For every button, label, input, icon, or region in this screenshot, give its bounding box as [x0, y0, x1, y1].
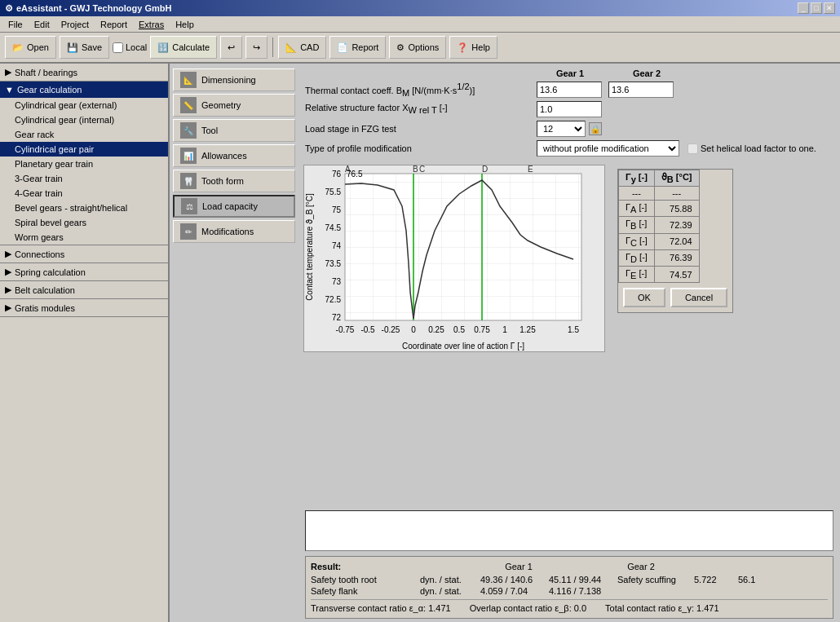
cad-button[interactable]: 📐 CAD: [278, 36, 326, 59]
load-stage-select[interactable]: 12 11 10: [537, 121, 586, 137]
relative-structure-input[interactable]: [537, 101, 602, 117]
table-row-A-value: 75.88: [654, 201, 699, 217]
maximize-button[interactable]: □: [811, 2, 822, 14]
svg-text:75: 75: [332, 205, 342, 214]
sidebar-header-gear[interactable]: ▼ Gear calculation: [0, 82, 168, 98]
dimensioning-button[interactable]: 📐 Dimensioning: [173, 68, 295, 91]
sidebar-group-spring: ▶ Spring calculation: [0, 263, 168, 281]
tool-button[interactable]: 🔧 Tool: [173, 119, 295, 142]
arrow-right-icon-5: ▶: [5, 302, 11, 313]
allowances-button[interactable]: 📊 Allowances: [173, 144, 295, 167]
geometry-button[interactable]: 📏 Geometry: [173, 94, 295, 117]
window-controls[interactable]: _ □ ✕: [798, 2, 835, 14]
svg-text:72: 72: [332, 313, 342, 322]
menu-report[interactable]: Report: [95, 18, 132, 31]
redo-icon: ↪: [253, 42, 260, 53]
table-dash1: ---: [619, 187, 655, 201]
minimize-button[interactable]: _: [798, 2, 809, 14]
profile-mod-select[interactable]: without profile modification with profil…: [537, 140, 679, 157]
sidebar-header-spring[interactable]: ▶ Spring calculation: [0, 263, 168, 280]
table-row-A-label: ΓA [-]: [619, 201, 655, 217]
calculate-button[interactable]: 🔢 Calculate: [150, 36, 217, 59]
menu-extras[interactable]: Extras: [134, 18, 169, 31]
undo-icon: ↩: [228, 42, 235, 53]
sidebar-header-shaft[interactable]: ▶ Shaft / bearings: [0, 64, 168, 81]
app-icon: ⚙: [5, 3, 13, 14]
scuffing-flash: 56.1: [738, 575, 755, 585]
close-button[interactable]: ✕: [824, 2, 835, 14]
menu-project[interactable]: Project: [56, 18, 94, 31]
redo-button[interactable]: ↪: [245, 36, 267, 59]
svg-text:Contact temperature ϑ_B [°C]: Contact temperature ϑ_B [°C]: [305, 193, 314, 301]
menu-edit[interactable]: Edit: [29, 18, 55, 31]
cancel-button[interactable]: Cancel: [670, 288, 727, 307]
tooth-root-label: Safety tooth root: [311, 575, 417, 585]
sidebar-item-bevel[interactable]: Bevel gears - straight/helical: [0, 201, 168, 215]
sidebar-item-cylindrical-external[interactable]: Cylindrical gear (external): [0, 98, 168, 112]
sidebar-header-connections[interactable]: ▶ Connections: [0, 245, 168, 262]
sidebar-item-cylindrical-internal[interactable]: Cylindrical gear (internal): [0, 112, 168, 127]
svg-text:1.25: 1.25: [519, 325, 536, 334]
sidebar-item-worm[interactable]: Worm gears: [0, 230, 168, 245]
menu-help[interactable]: Help: [170, 18, 199, 31]
thermal-gear1-input[interactable]: [537, 82, 602, 98]
sidebar-item-spiral-bevel[interactable]: Spiral bevel gears: [0, 215, 168, 230]
menu-file[interactable]: File: [3, 18, 28, 31]
contact-ratios-row: Transverse contact ratio ε_α: 1.471 Over…: [311, 599, 828, 613]
table-row-C-label: ΓC [-]: [619, 233, 655, 249]
flank-g2: 4.116 / 7.138: [549, 586, 614, 596]
sidebar-item-gear-rack[interactable]: Gear rack: [0, 127, 168, 142]
allowances-icon: 📊: [180, 148, 197, 164]
sidebar: ▶ Shaft / bearings ▼ Gear calculation Cy…: [0, 64, 170, 622]
svg-text:-0.5: -0.5: [360, 325, 375, 334]
helical-checkbox-label[interactable]: Set helical load factor to one.: [687, 143, 816, 154]
cad-icon: 📐: [285, 42, 297, 53]
sidebar-item-4gear[interactable]: 4-Gear train: [0, 186, 168, 201]
local-checkbox-label[interactable]: Local: [113, 42, 147, 53]
overlap-label: Overlap contact ratio ε_β: 0.0: [470, 603, 586, 613]
arrow-right-icon-2: ▶: [5, 249, 11, 259]
options-button[interactable]: ⚙ Options: [389, 36, 446, 59]
svg-text:0: 0: [411, 325, 416, 334]
load-capacity-button[interactable]: ⚖ Load capacity: [173, 195, 295, 218]
total-label: Total contact ratio ε_γ: 1.471: [605, 603, 718, 613]
geometry-icon: 📏: [180, 97, 197, 113]
sidebar-header-gratis[interactable]: ▶ Gratis modules: [0, 299, 168, 316]
table-row-C-value: 72.04: [654, 233, 699, 249]
arrow-right-icon: ▶: [5, 67, 11, 77]
ok-button[interactable]: OK: [623, 288, 665, 307]
save-button[interactable]: 💾 Save: [60, 36, 109, 59]
helical-checkbox[interactable]: [687, 143, 698, 154]
svg-text:-0.75: -0.75: [336, 325, 355, 334]
modifications-button[interactable]: ✏ Modifications: [173, 220, 295, 243]
help-button[interactable]: ❓ Help: [449, 36, 497, 59]
save-icon: 💾: [67, 42, 78, 53]
results-section: Result: Gear 1 Gear 2 Integral Flash Saf…: [305, 556, 833, 619]
sidebar-item-planetary[interactable]: Planetary gear train: [0, 157, 168, 171]
load-capacity-icon: ⚖: [181, 198, 197, 214]
svg-text:76.5: 76.5: [347, 170, 363, 179]
tooth-form-button[interactable]: 🦷 Tooth form: [173, 170, 295, 192]
svg-text:72.5: 72.5: [325, 295, 342, 304]
sidebar-item-cylindrical-pair[interactable]: Cylindrical gear pair: [0, 142, 168, 157]
open-button[interactable]: 📂 Open: [5, 36, 56, 59]
local-checkbox[interactable]: [113, 42, 123, 53]
undo-button[interactable]: ↩: [220, 36, 242, 59]
svg-text:1.5: 1.5: [568, 325, 579, 334]
table-row-D-label: ΓD [-]: [619, 249, 655, 266]
sidebar-item-3gear[interactable]: 3-Gear train: [0, 171, 168, 186]
params-section: Gear 1 Gear 2 Thermal contact coeff. BM …: [298, 64, 840, 165]
scuffing-integral: 5.722: [694, 575, 735, 585]
svg-text:E: E: [528, 165, 533, 174]
open-icon: 📂: [12, 42, 24, 53]
report-button[interactable]: 📄 Report: [329, 36, 386, 59]
modifications-icon: ✏: [180, 223, 197, 240]
relative-structure-label: Relative structure factor XW rel T [-]: [305, 103, 533, 115]
lock-icon: 🔒: [589, 122, 602, 135]
thermal-gear2-input[interactable]: [608, 82, 674, 98]
sidebar-header-belt[interactable]: ▶ Belt calculation: [0, 281, 168, 298]
main-layout: ▶ Shaft / bearings ▼ Gear calculation Cy…: [0, 64, 840, 622]
calculate-icon: 🔢: [157, 42, 169, 53]
help-icon: ❓: [457, 42, 468, 53]
svg-text:76: 76: [332, 170, 342, 179]
